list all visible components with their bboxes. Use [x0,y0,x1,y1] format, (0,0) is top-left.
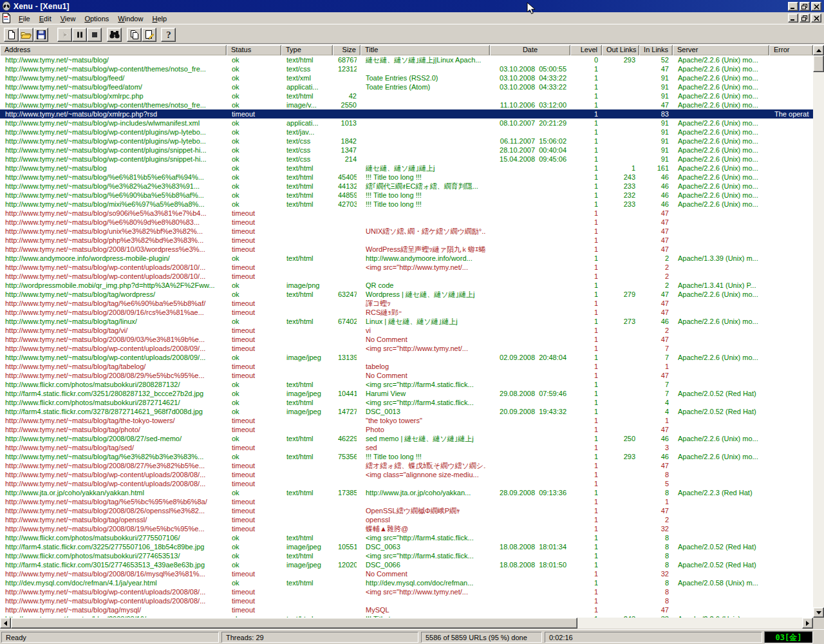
copy-button[interactable] [127,28,142,42]
table-row[interactable]: http://wordpressmobile.mobi/qr_img.php?d… [0,281,813,290]
pause-button[interactable] [72,28,87,42]
table-row[interactable]: http://www.flickr.com/photos/matsubokkur… [0,398,813,407]
table-row[interactable]: http://www.tymy.net/~matsu/blog/wp-conte… [0,100,813,109]
table-row[interactable]: http://farm4.static.flickr.com/3251/2808… [0,389,813,398]
table-row[interactable]: http://www.tymy.net/~matsu/blog/wp-conte… [0,353,813,362]
table-row[interactable]: http://www.tymy.net/~matsu/blog/2008/08/… [0,524,813,533]
close-button[interactable] [811,2,821,11]
table-row[interactable]: http://www.andymoore.info/wordpress-mobi… [0,254,813,263]
table-row[interactable]: http://www.tymy.net/~matsu/blog/wp-conte… [0,263,813,272]
table-row[interactable]: http://www.tymy.net/~matsu/blog/tag/%e6%… [0,299,813,308]
table-row[interactable]: http://www.tymy.net/~matsu/blog/tag/word… [0,290,813,299]
table-row[interactable]: http://www.tymy.net/~matsu/blog/%e3%82%a… [0,182,813,191]
table-row[interactable]: http://www.tymy.net/~matsu/blog/wp-conte… [0,146,813,155]
mdi-minimize-button[interactable] [788,14,798,23]
column-header-size[interactable]: Size [333,45,360,55]
column-header-server[interactable]: Server [673,45,769,55]
table-row[interactable]: http://www.tymy.net/~matsu/blog/%e6%80%9… [0,218,813,227]
table-row[interactable]: http://www.tymy.net/~matsu/blog/unix%e3%… [0,227,813,236]
table-row[interactable]: http://www.jta.or.jp/coho/yakkan/yakkan.… [0,488,813,497]
table-row[interactable]: http://www.tymy.net/~matsu/blog/tag/open… [0,515,813,524]
table-row[interactable]: http://www.tymy.net/~matsu/blog/wp-conte… [0,479,813,488]
column-header-error[interactable]: Error [769,45,813,55]
menu-window[interactable]: Window [113,14,147,24]
table-row[interactable]: http://www.tymy.net/~matsu/blog/tag/sed/… [0,443,813,452]
table-row[interactable]: http://www.tymy.net/~matsu/blog/tag/the-… [0,416,813,425]
minimize-button[interactable] [788,2,798,11]
table-row[interactable]: http://www.tymy.net/~matsu/blog/php%e3%8… [0,236,813,245]
scroll-right-button[interactable] [802,618,813,629]
table-row[interactable]: http://www.tymy.net/~matsu/blog/2008/10/… [0,245,813,254]
menu-view[interactable]: View [56,14,80,24]
table-row[interactable]: http://www.tymy.net/~matsu/blog/wp-inclu… [0,118,813,128]
vertical-scroll-thumb[interactable] [813,55,824,72]
table-row[interactable]: http://www.tymy.net/~matsu/blog/tag/vi/t… [0,326,813,335]
table-row[interactable]: http://www.tymy.net/~matsu/blog/so906i%e… [0,209,813,218]
vertical-scrollbar[interactable] [813,45,824,618]
column-header-type[interactable]: Type [281,45,333,55]
table-row[interactable]: http://www.tymy.net/~matsu/blog/2008/09/… [0,335,813,344]
table-row[interactable]: http://farm4.static.flickr.com/3278/2872… [0,407,813,416]
column-header-date[interactable]: Date [490,45,570,55]
stop-button[interactable] [87,28,102,42]
table-row[interactable]: http://www.tymy.net/~matsu/blog/oktext/h… [0,55,813,64]
table-row[interactable]: http://www.tymy.net/~matsu/blog/%e6%90%b… [0,191,813,200]
table-row[interactable]: http://www.tymy.net/~matsu/blogoktext/ht… [0,164,813,173]
table-row[interactable]: http://www.tymy.net/~matsu/blog/2008/08/… [0,461,813,470]
menu-help[interactable]: Help [147,14,171,24]
table-row[interactable]: http://www.tymy.net/~matsu/blog/wp-conte… [0,64,813,73]
table-row[interactable]: http://www.tymy.net/~matsu/blog/wp-conte… [0,128,813,137]
table-row[interactable]: http://www.tymy.net/~matsu/blog/feed/ato… [0,82,813,91]
table-row[interactable]: http://www.tymy.net/~matsu/blog/2008/09/… [0,308,813,317]
find-button[interactable] [107,28,122,42]
column-header-level[interactable]: Level [570,45,602,55]
column-header-status[interactable]: Status [227,45,281,55]
table-row[interactable]: http://www.tymy.net/~matsu/blog/xmlrpc.p… [0,91,813,100]
column-header-address[interactable]: Address [0,45,227,55]
menu-file[interactable]: File [14,14,35,24]
table-row[interactable]: http://www.tymy.net/~matsu/blog/wp-conte… [0,470,813,479]
menu-edit[interactable]: Edit [35,14,56,24]
column-header-in-links[interactable]: In Links [639,45,673,55]
table-row[interactable]: http://www.tymy.net/~matsu/blog/tag/phot… [0,425,813,434]
table-row[interactable]: http://www.tymy.net/~matsu/blog/2008/08/… [0,434,813,443]
new-document-button[interactable] [4,28,19,42]
table-row[interactable]: http://www.tymy.net/~matsu/blog/wp-conte… [0,344,813,353]
properties-button[interactable] [142,28,156,42]
table-row[interactable]: http://www.tymy.net/~matsu/blog/tag/tabe… [0,362,813,371]
table-row[interactable]: http://www.tymy.net/~matsu/blog/xmlrpc.p… [0,109,813,118]
table-row[interactable]: http://www.tymy.net/~matsu/blog/%e6%81%b… [0,173,813,182]
scroll-left-button[interactable] [0,618,11,629]
mdi-close-button[interactable] [811,14,821,23]
horizontal-scrollbar[interactable] [0,618,813,629]
column-header-out-links[interactable]: Out Links [602,45,639,55]
open-folder-button[interactable] [19,28,33,42]
table-row[interactable]: http://www.tymy.net/~matsu/blog/wp-conte… [0,596,813,605]
table-row[interactable]: http://www.tymy.net/~matsu/blog/feed/okt… [0,73,813,82]
table-row[interactable]: http://farm4.static.flickr.com/3225/2775… [0,542,813,551]
table-row[interactable]: http://www.tymy.net/~matsu/blog/wp-conte… [0,272,813,281]
table-row[interactable]: http://www.flickr.com/photos/matsubokkur… [0,551,813,560]
title-bar[interactable]: Xenu - [Xenu1] [0,0,824,12]
play-button[interactable] [57,28,72,42]
table-row[interactable]: http://www.tymy.net/~matsu/blog/wp-conte… [0,137,813,146]
table-row[interactable]: http://dev.mysql.com/doc/refman/4.1/ja/y… [0,578,813,587]
table-row[interactable]: http://www.tymy.net/~matsu/blog/tag/%e3%… [0,452,813,461]
table-row[interactable]: http://www.tymy.net/~matsu/blog/wp-conte… [0,587,813,596]
menu-options[interactable]: Options [80,14,113,24]
table-row[interactable]: http://www.tymy.net/~matsu/blog/tag/mysq… [0,605,813,614]
table-row[interactable]: http://www.flickr.com/photos/matsubokkur… [0,533,813,542]
table-row[interactable]: http://www.tymy.net/~matsu/blog/wp-conte… [0,155,813,164]
mdi-restore-button[interactable] [800,14,810,23]
scroll-up-button[interactable] [813,45,824,55]
table-row[interactable]: http://www.tymy.net/~matsu/blog/tag/linu… [0,317,813,326]
save-button[interactable] [33,28,48,42]
table-row[interactable]: http://farm4.static.flickr.com/3015/2774… [0,560,813,569]
horizontal-scroll-thumb[interactable] [11,618,577,629]
table-row[interactable]: http://www.tymy.net/~matsu/blog/tag/%e5%… [0,497,813,506]
table-row[interactable]: http://www.tymy.net/~matsu/blog/mixi%e6%… [0,200,813,209]
table-row[interactable]: http://www.flickr.com/photos/matsubokkur… [0,380,813,389]
table-row[interactable]: http://www.tymy.net/~matsu/blog/2008/08/… [0,506,813,515]
table-row[interactable]: http://www.tymy.net/~matsu/blog/2008/08/… [0,569,813,578]
restore-button[interactable] [800,2,810,11]
